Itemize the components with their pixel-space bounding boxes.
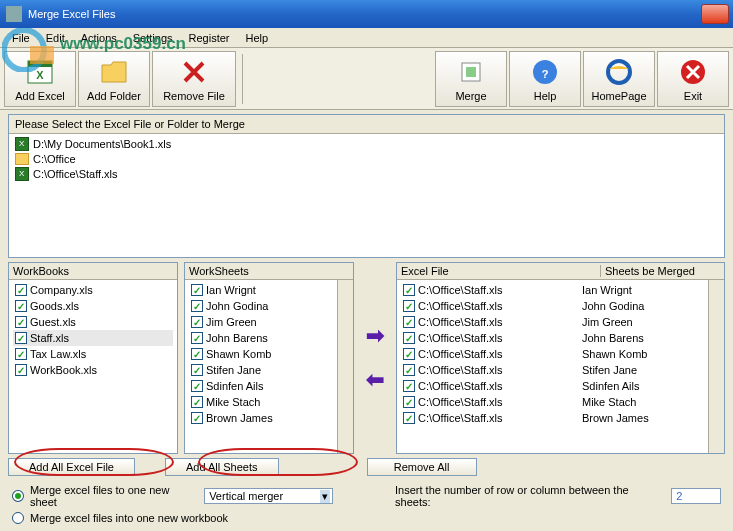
file-path: C:\Office: [33, 153, 76, 165]
checkbox[interactable]: [403, 316, 415, 328]
help-button[interactable]: ? Help: [509, 51, 581, 107]
checkbox[interactable]: [15, 364, 27, 376]
file-row[interactable]: C:\Office: [13, 152, 720, 166]
checkbox[interactable]: [191, 348, 203, 360]
worksheet-item[interactable]: Ian Wrignt: [189, 282, 333, 298]
merge-file: C:\Office\Staff.xls: [418, 284, 579, 296]
merge-sheet: Stifen Jane: [582, 364, 702, 376]
merge-row[interactable]: C:\Office\Staff.xlsJim Green: [401, 314, 704, 330]
file-list[interactable]: D:\My Documents\Book1.xlsC:\OfficeC:\Off…: [9, 134, 724, 184]
window-title: Merge Excel Files: [28, 8, 115, 20]
merge-row[interactable]: C:\Office\Staff.xlsBrown James: [401, 410, 704, 426]
arrow-right[interactable]: ➡: [366, 323, 384, 349]
checkbox[interactable]: [403, 332, 415, 344]
checkbox[interactable]: [191, 412, 203, 424]
merge-list[interactable]: C:\Office\Staff.xlsIan WrigntC:\Office\S…: [397, 280, 708, 453]
worksheet-item[interactable]: John Barens: [189, 330, 333, 346]
checkbox[interactable]: [15, 300, 27, 312]
titlebar: Merge Excel Files: [0, 0, 733, 28]
close-button[interactable]: [701, 4, 729, 24]
worksheet-name: Jim Green: [206, 316, 257, 328]
checkbox[interactable]: [403, 364, 415, 376]
worksheet-name: Brown James: [206, 412, 273, 424]
checkbox[interactable]: [15, 316, 27, 328]
merge-button[interactable]: Merge: [435, 51, 507, 107]
worksheet-item[interactable]: Brown James: [189, 410, 333, 426]
checkbox[interactable]: [403, 396, 415, 408]
checkbox[interactable]: [191, 380, 203, 392]
checkbox[interactable]: [191, 284, 203, 296]
separator: [242, 54, 243, 104]
file-path: C:\Office\Staff.xls: [33, 168, 118, 180]
add-all-excel-button[interactable]: Add All Excel File: [8, 458, 135, 476]
workbook-item[interactable]: WorkBook.xls: [13, 362, 173, 378]
svg-rect-1: [28, 61, 52, 67]
remove-file-button[interactable]: Remove File: [152, 51, 236, 107]
checkbox[interactable]: [403, 300, 415, 312]
menu-help[interactable]: Help: [238, 30, 277, 46]
checkbox[interactable]: [403, 380, 415, 392]
worksheets-panel: WorkSheets Ian WrigntJohn GodinaJim Gree…: [184, 262, 354, 454]
worksheet-name: Sdinfen Ails: [206, 380, 263, 392]
menu-actions[interactable]: Actions: [73, 30, 125, 46]
workbook-item[interactable]: Goods.xls: [13, 298, 173, 314]
merge-row[interactable]: C:\Office\Staff.xlsShawn Komb: [401, 346, 704, 362]
merge-row[interactable]: C:\Office\Staff.xlsIan Wrignt: [401, 282, 704, 298]
checkbox[interactable]: [191, 300, 203, 312]
worksheet-item[interactable]: John Godina: [189, 298, 333, 314]
worksheet-item[interactable]: Mike Stach: [189, 394, 333, 410]
arrow-left[interactable]: ⬅: [366, 367, 384, 393]
checkbox[interactable]: [15, 332, 27, 344]
menu-register[interactable]: Register: [181, 30, 238, 46]
add-excel-button[interactable]: X Add Excel: [4, 51, 76, 107]
merge-row[interactable]: C:\Office\Staff.xlsStifen Jane: [401, 362, 704, 378]
remove-all-button[interactable]: Remove All: [367, 458, 477, 476]
merge-row[interactable]: C:\Office\Staff.xlsJohn Godina: [401, 298, 704, 314]
menu-edit[interactable]: Edit: [38, 30, 73, 46]
merge-row[interactable]: C:\Office\Staff.xlsSdinfen Ails: [401, 378, 704, 394]
radio-one-sheet[interactable]: [12, 490, 24, 502]
row-insert-input[interactable]: 2: [671, 488, 721, 504]
scrollbar[interactable]: [337, 280, 353, 453]
homepage-button[interactable]: HomePage: [583, 51, 655, 107]
workbook-item[interactable]: Tax Law.xls: [13, 346, 173, 362]
file-row[interactable]: C:\Office\Staff.xls: [13, 166, 720, 182]
checkbox[interactable]: [403, 412, 415, 424]
options-area: Merge excel files to one new sheet Verti…: [0, 480, 733, 528]
worksheet-item[interactable]: Jim Green: [189, 314, 333, 330]
worksheet-name: Stifen Jane: [206, 364, 261, 376]
checkbox[interactable]: [15, 284, 27, 296]
scrollbar[interactable]: [708, 280, 724, 453]
file-row[interactable]: D:\My Documents\Book1.xls: [13, 136, 720, 152]
worksheet-name: John Godina: [206, 300, 268, 312]
checkbox[interactable]: [191, 396, 203, 408]
checkbox[interactable]: [191, 364, 203, 376]
worksheet-item[interactable]: Sdinfen Ails: [189, 378, 333, 394]
add-folder-button[interactable]: Add Folder: [78, 51, 150, 107]
merge-col-sheets: Sheets be Merged: [600, 265, 720, 277]
merge-file: C:\Office\Staff.xls: [418, 332, 579, 344]
menu-settings[interactable]: Settings: [125, 30, 181, 46]
menu-file[interactable]: File: [4, 30, 38, 46]
worksheet-item[interactable]: Shawn Komb: [189, 346, 333, 362]
checkbox[interactable]: [403, 284, 415, 296]
workbooks-list[interactable]: Company.xlsGoods.xlsGuest.xlsStaff.xlsTa…: [9, 280, 177, 453]
checkbox[interactable]: [191, 332, 203, 344]
svg-text:X: X: [36, 69, 44, 81]
radio-one-workbook[interactable]: [12, 512, 24, 524]
workbook-item[interactable]: Staff.xls: [13, 330, 173, 346]
worksheets-list[interactable]: Ian WrigntJohn GodinaJim GreenJohn Baren…: [185, 280, 337, 453]
exit-button[interactable]: Exit: [657, 51, 729, 107]
workbook-item[interactable]: Company.xls: [13, 282, 173, 298]
workbook-item[interactable]: Guest.xls: [13, 314, 173, 330]
merge-direction-select[interactable]: Vertical merger: [204, 488, 333, 504]
checkbox[interactable]: [15, 348, 27, 360]
checkbox[interactable]: [191, 316, 203, 328]
merge-row[interactable]: C:\Office\Staff.xlsMike Stach: [401, 394, 704, 410]
excel-file-icon: [15, 137, 29, 151]
merge-panel: Excel File Sheets be Merged C:\Office\St…: [396, 262, 725, 454]
add-all-sheets-button[interactable]: Add All Sheets: [165, 458, 279, 476]
merge-row[interactable]: C:\Office\Staff.xlsJohn Barens: [401, 330, 704, 346]
worksheet-item[interactable]: Stifen Jane: [189, 362, 333, 378]
checkbox[interactable]: [403, 348, 415, 360]
